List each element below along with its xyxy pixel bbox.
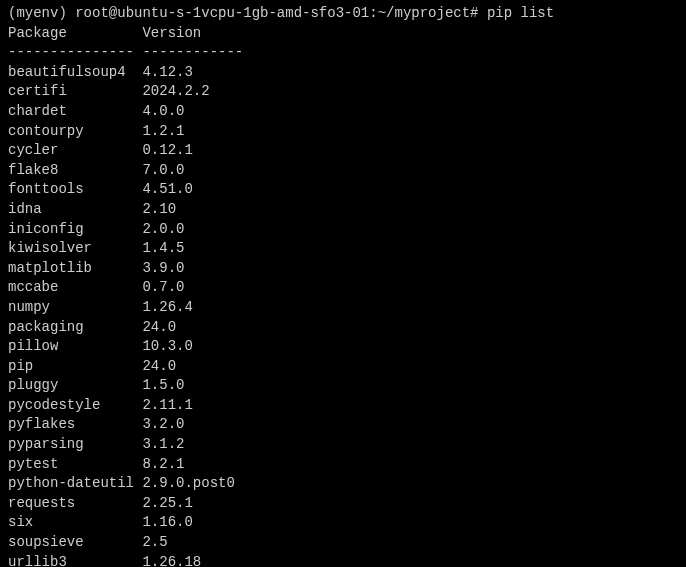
package-name: six: [8, 513, 142, 533]
table-row: pyflakes 3.2.0: [8, 415, 243, 435]
package-name: pip: [8, 357, 142, 377]
package-name: idna: [8, 200, 142, 220]
package-name: cycler: [8, 141, 142, 161]
package-version: 10.3.0: [142, 337, 243, 357]
package-name: pycodestyle: [8, 396, 142, 416]
package-name: kiwisolver: [8, 239, 142, 259]
table-row: certifi 2024.2.2: [8, 82, 243, 102]
package-version: 1.4.5: [142, 239, 243, 259]
user-host: root@ubuntu-s-1vcpu-1gb-amd-sfo3-01: [75, 5, 369, 21]
package-name: beautifulsoup4: [8, 63, 142, 83]
table-row: kiwisolver 1.4.5: [8, 239, 243, 259]
table-row: six 1.16.0: [8, 513, 243, 533]
table-row: iniconfig 2.0.0: [8, 220, 243, 240]
package-version: 1.26.18: [142, 553, 243, 567]
package-name: packaging: [8, 318, 142, 338]
package-version: 3.2.0: [142, 415, 243, 435]
package-version: 7.0.0: [142, 161, 243, 181]
table-row: flake8 7.0.0: [8, 161, 243, 181]
table-row: pytest 8.2.1: [8, 455, 243, 475]
package-name: mccabe: [8, 278, 142, 298]
table-row: mccabe 0.7.0: [8, 278, 243, 298]
package-version: 4.0.0: [142, 102, 243, 122]
sep-package: ---------------: [8, 43, 142, 63]
table-row: pluggy 1.5.0: [8, 376, 243, 396]
package-version: 1.5.0: [142, 376, 243, 396]
package-name: pyparsing: [8, 435, 142, 455]
package-name: numpy: [8, 298, 142, 318]
package-name: chardet: [8, 102, 142, 122]
table-row: beautifulsoup4 4.12.3: [8, 63, 243, 83]
table-row: matplotlib 3.9.0: [8, 259, 243, 279]
table-row: pyparsing 3.1.2: [8, 435, 243, 455]
table-separator-row: --------------- ------------: [8, 43, 243, 63]
package-version: 2.10: [142, 200, 243, 220]
table-row: cycler 0.12.1: [8, 141, 243, 161]
terminal-output[interactable]: (myenv) root@ubuntu-s-1vcpu-1gb-amd-sfo3…: [8, 4, 678, 567]
package-version: 1.2.1: [142, 122, 243, 142]
package-version: 4.51.0: [142, 180, 243, 200]
package-version: 8.2.1: [142, 455, 243, 475]
package-table: Package Version --------------- --------…: [8, 24, 243, 567]
table-row: pillow 10.3.0: [8, 337, 243, 357]
table-row: fonttools 4.51.0: [8, 180, 243, 200]
package-name: contourpy: [8, 122, 142, 142]
package-version: 3.1.2: [142, 435, 243, 455]
prompt-line-1: (myenv) root@ubuntu-s-1vcpu-1gb-amd-sfo3…: [8, 4, 678, 24]
table-row: contourpy 1.2.1: [8, 122, 243, 142]
package-version: 2.11.1: [142, 396, 243, 416]
package-name: pluggy: [8, 376, 142, 396]
table-header-row: Package Version: [8, 24, 243, 44]
table-row: numpy 1.26.4: [8, 298, 243, 318]
package-version: 2.25.1: [142, 494, 243, 514]
table-row: urllib3 1.26.18: [8, 553, 243, 567]
package-name: urllib3: [8, 553, 142, 567]
package-name: soupsieve: [8, 533, 142, 553]
package-name: flake8: [8, 161, 142, 181]
command-text: pip list: [487, 5, 554, 21]
table-row: pip 24.0: [8, 357, 243, 377]
table-row: soupsieve 2.5: [8, 533, 243, 553]
header-version: Version: [142, 24, 243, 44]
package-version: 1.16.0: [142, 513, 243, 533]
package-name: fonttools: [8, 180, 142, 200]
table-row: requests 2.25.1: [8, 494, 243, 514]
package-version: 4.12.3: [142, 63, 243, 83]
package-name: pytest: [8, 455, 142, 475]
table-row: chardet 4.0.0: [8, 102, 243, 122]
package-name: requests: [8, 494, 142, 514]
package-version: 2024.2.2: [142, 82, 243, 102]
cwd-path: ~/myproject: [378, 5, 470, 21]
table-row: idna 2.10: [8, 200, 243, 220]
package-name: pillow: [8, 337, 142, 357]
package-version: 24.0: [142, 318, 243, 338]
package-version: 2.5: [142, 533, 243, 553]
package-version: 2.9.0.post0: [142, 474, 243, 494]
table-row: pycodestyle 2.11.1: [8, 396, 243, 416]
table-row: python-dateutil 2.9.0.post0: [8, 474, 243, 494]
package-version: 2.0.0: [142, 220, 243, 240]
package-version: 0.12.1: [142, 141, 243, 161]
header-package: Package: [8, 24, 142, 44]
table-row: packaging 24.0: [8, 318, 243, 338]
package-version: 1.26.4: [142, 298, 243, 318]
package-name: iniconfig: [8, 220, 142, 240]
package-name: python-dateutil: [8, 474, 142, 494]
package-version: 3.9.0: [142, 259, 243, 279]
package-version: 0.7.0: [142, 278, 243, 298]
package-name: pyflakes: [8, 415, 142, 435]
package-name: matplotlib: [8, 259, 142, 279]
package-version: 24.0: [142, 357, 243, 377]
prompt-hash: #: [470, 5, 478, 21]
package-name: certifi: [8, 82, 142, 102]
sep-version: ------------: [142, 43, 243, 63]
venv-indicator: (myenv): [8, 5, 67, 21]
